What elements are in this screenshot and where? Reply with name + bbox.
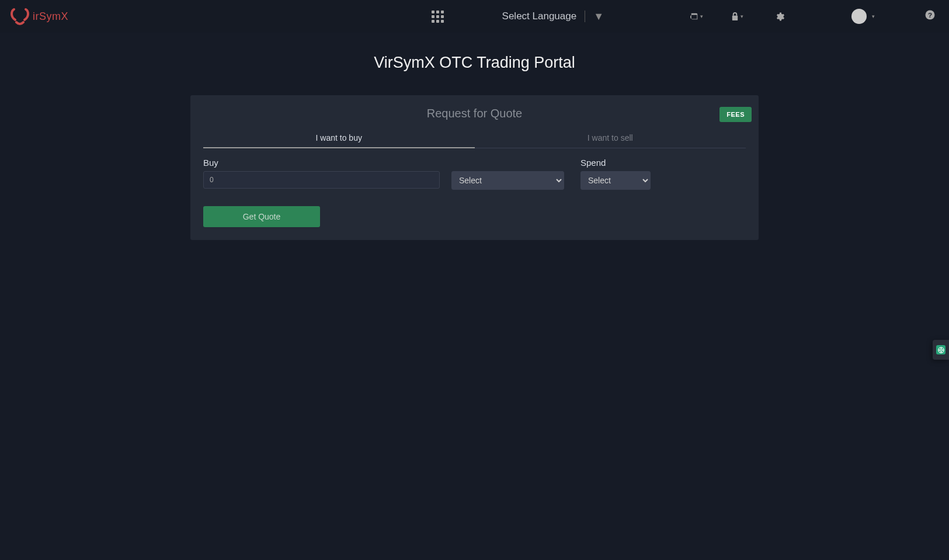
quote-form: Buy Select Spend Select Get Quote [197, 148, 752, 233]
header-bar: irSymX Select Language ▼ ▾ ▾ [0, 0, 949, 33]
tab-sell[interactable]: I want to sell [475, 128, 746, 148]
user-menu[interactable]: ▾ [847, 9, 880, 24]
spend-label: Spend [580, 158, 651, 168]
header-right: Select Language ▼ ▾ ▾ [502, 9, 940, 24]
help-button[interactable]: ? [925, 10, 935, 23]
book-menu[interactable]: ▾ [686, 12, 708, 20]
svg-point-4 [940, 349, 942, 351]
logo-brand-text: irSymX [33, 11, 68, 23]
avatar [851, 9, 867, 24]
support-icon [936, 345, 945, 354]
logo-icon [9, 6, 30, 27]
get-quote-button[interactable]: Get Quote [203, 206, 320, 227]
header-center [68, 11, 502, 23]
apps-grid-icon[interactable] [432, 11, 444, 23]
book-icon [690, 12, 698, 20]
caret-down-icon: ▾ [700, 13, 703, 19]
help-icon: ? [925, 10, 935, 20]
caret-down-icon: ▾ [741, 13, 743, 19]
support-widget[interactable] [933, 340, 949, 360]
caret-down-icon: ▾ [872, 13, 875, 19]
gear-icon [776, 12, 785, 21]
spend-currency-select[interactable]: Select [580, 171, 651, 190]
logo[interactable]: irSymX [9, 6, 68, 27]
card-title: Request for Quote [197, 107, 752, 128]
svg-text:?: ? [928, 11, 932, 19]
buy-sell-tabs: I want to buy I want to sell [203, 128, 746, 148]
language-dropdown-icon[interactable]: ▼ [585, 11, 612, 23]
settings-button[interactable] [771, 12, 790, 21]
tab-buy[interactable]: I want to buy [203, 128, 475, 148]
buy-label: Buy [203, 158, 440, 168]
buy-currency-select[interactable]: Select [451, 171, 564, 190]
fees-button[interactable]: FEES [719, 107, 752, 122]
lock-menu[interactable]: ▾ [726, 12, 748, 21]
language-selector[interactable]: Select Language [502, 11, 586, 22]
lock-icon [731, 12, 739, 21]
svg-rect-0 [732, 15, 738, 20]
buy-amount-input[interactable] [203, 171, 440, 189]
quote-card: Request for Quote FEES I want to buy I w… [190, 95, 759, 240]
page-title: VirSymX OTC Trading Portal [0, 33, 949, 95]
